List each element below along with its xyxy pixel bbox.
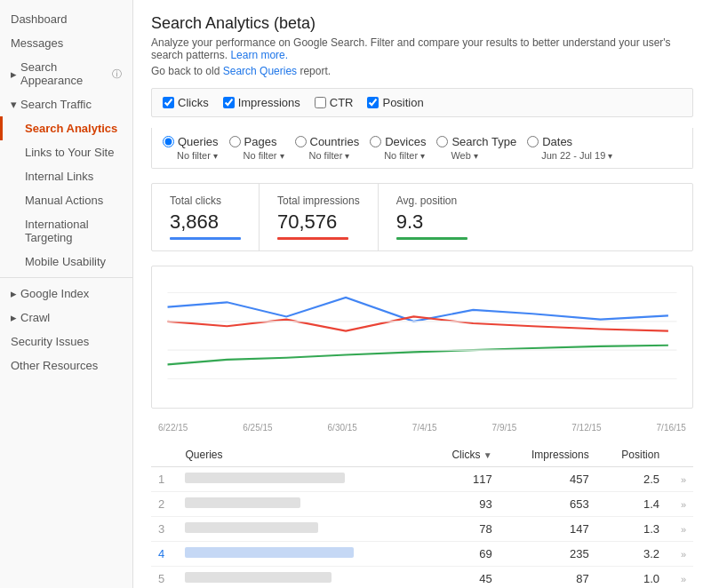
position-bar [396, 237, 467, 240]
table-row: 4 69 235 3.2 » [151, 542, 693, 567]
query-text-block [185, 522, 318, 533]
sidebar-item-mobile-usability[interactable]: Mobile Usability [0, 250, 132, 274]
row-action[interactable]: » [667, 542, 693, 567]
learn-more-link[interactable]: Learn more. [230, 49, 288, 61]
search-queries-link[interactable]: Search Queries [223, 65, 297, 77]
page-title: Search Analytics (beta) [151, 14, 693, 33]
filter-queries: Queries No filter ▾ [163, 135, 219, 161]
active-indicator [0, 116, 3, 140]
impressions-bar [277, 237, 348, 240]
chevron-right-icon: » [681, 524, 686, 535]
clicks-checkbox-label[interactable]: Clicks [163, 96, 209, 109]
row-number: 3 [151, 517, 178, 542]
query-text-block [185, 572, 332, 583]
col-impressions[interactable]: Impressions [499, 443, 596, 467]
row-action[interactable]: » [667, 467, 693, 492]
filter-dates-dropdown[interactable]: Jun 22 - Jul 19 ▾ [527, 150, 612, 161]
filter-pages-dropdown[interactable]: No filter ▾ [229, 150, 284, 161]
dropdown-arrow-countries: ▾ [345, 151, 349, 161]
filter-countries: Countries No filter ▾ [295, 135, 360, 161]
query-text-block [185, 497, 300, 508]
dropdown-arrow-devices: ▾ [420, 151, 425, 161]
position-checkbox-label[interactable]: Position [367, 96, 423, 109]
col-queries[interactable]: Queries [178, 443, 425, 467]
filter-queries-dropdown[interactable]: No filter ▾ [163, 150, 218, 161]
sidebar-item-internal-links[interactable]: Internal Links [0, 164, 132, 188]
ctr-checkbox[interactable] [315, 97, 326, 108]
filter-countries-dropdown[interactable]: No filter ▾ [295, 150, 350, 161]
sidebar-item-security-issues[interactable]: Security Issues [0, 330, 132, 354]
row-query [178, 567, 425, 589]
row-impressions: 147 [499, 517, 596, 542]
sidebar-item-links-to-your-site[interactable]: Links to Your Site [0, 140, 132, 164]
sort-arrow-clicks: ▼ [483, 450, 492, 460]
filter-devices-label[interactable]: Devices [370, 135, 426, 148]
date-label-4: 7/4/15 [412, 423, 437, 433]
row-query [178, 492, 425, 517]
filter-countries-label[interactable]: Countries [295, 135, 360, 148]
filter-search-type-label[interactable]: Search Type [436, 135, 516, 148]
row-clicks: 45 [426, 567, 499, 589]
col-position[interactable]: Position [596, 443, 667, 467]
stat-total-impressions: Total impressions 70,576 [260, 184, 379, 250]
dropdown-arrow: ▾ [213, 151, 218, 161]
clicks-checkbox[interactable] [163, 97, 174, 108]
filter-search-type-radio[interactable] [436, 136, 448, 147]
query-text-block [185, 547, 354, 558]
sidebar-item-dashboard[interactable]: Dashboard [0, 7, 132, 31]
row-position: 3.2 [596, 542, 667, 567]
sidebar-item-search-traffic[interactable]: ▾ Search Traffic [0, 92, 132, 116]
sidebar-item-google-index[interactable]: ▸ Google Index [0, 282, 132, 306]
row-query [178, 467, 425, 492]
filter-dates: Dates Jun 22 - Jul 19 ▾ [527, 135, 612, 161]
row-impressions: 87 [499, 567, 596, 589]
filter-devices: Devices No filter ▾ [370, 135, 426, 161]
stats-row: Total clicks 3,868 Total impressions 70,… [151, 183, 693, 251]
filter-queries-radio[interactable] [163, 136, 174, 147]
col-clicks[interactable]: Clicks ▼ [426, 443, 499, 467]
query-text-block [185, 473, 345, 483]
filter-pages-radio[interactable] [229, 136, 241, 147]
sidebar-item-search-appearance[interactable]: ▸ Search Appearance ⓘ [0, 55, 132, 92]
filter-search-type: Search Type Web ▾ [436, 135, 516, 161]
row-position: 1.0 [596, 567, 667, 589]
filter-queries-label[interactable]: Queries [163, 135, 219, 148]
filter-dates-label[interactable]: Dates [527, 135, 572, 148]
row-action[interactable]: » [667, 492, 693, 517]
sidebar-item-other-resources[interactable]: Other Resources [0, 354, 132, 377]
row-query [178, 517, 425, 542]
filter-search-type-dropdown[interactable]: Web ▾ [436, 150, 477, 161]
row-position: 2.5 [596, 467, 667, 492]
sidebar-item-international-targeting[interactable]: International Targeting [0, 212, 132, 250]
date-axis: 6/22/15 6/25/15 6/30/15 7/4/15 7/9/15 7/… [151, 423, 693, 433]
row-position: 1.4 [596, 492, 667, 517]
sidebar-item-search-analytics[interactable]: Search Analytics [0, 116, 132, 140]
table-header-row: Queries Clicks ▼ Impressions Position [151, 443, 693, 467]
row-query[interactable] [178, 542, 425, 567]
table-row: 5 45 87 1.0 » [151, 567, 693, 589]
row-clicks: 69 [426, 542, 499, 567]
date-label-3: 6/30/15 [328, 423, 357, 433]
row-action[interactable]: » [667, 517, 693, 542]
sidebar-item-messages[interactable]: Messages [0, 31, 132, 55]
impressions-checkbox-label[interactable]: Impressions [223, 96, 300, 109]
sidebar-item-crawl[interactable]: ▸ Crawl [0, 306, 132, 330]
date-label-5: 7/9/15 [492, 423, 517, 433]
filter-dates-radio[interactable] [527, 136, 539, 147]
filter-devices-radio[interactable] [370, 136, 381, 147]
filter-pages-label[interactable]: Pages [229, 135, 277, 148]
back-link: Go back to old Search Queries report. [151, 65, 693, 77]
arrow-icon-crawl: ▸ [11, 311, 17, 324]
row-action[interactable]: » [667, 567, 693, 589]
filter-countries-radio[interactable] [295, 136, 307, 147]
table-row: 1 117 457 2.5 » [151, 467, 693, 492]
impressions-checkbox[interactable] [223, 97, 235, 108]
table-body: 1 117 457 2.5 » 2 93 653 1.4 » 3 78 147 … [151, 467, 693, 589]
ctr-checkbox-label[interactable]: CTR [315, 96, 354, 109]
filter-devices-dropdown[interactable]: No filter ▾ [370, 150, 425, 161]
sidebar-item-manual-actions[interactable]: Manual Actions [0, 188, 132, 212]
row-impressions: 653 [499, 492, 596, 517]
data-table: Queries Clicks ▼ Impressions Position 1 [151, 443, 693, 588]
table-row: 2 93 653 1.4 » [151, 492, 693, 517]
position-checkbox[interactable] [367, 97, 379, 108]
